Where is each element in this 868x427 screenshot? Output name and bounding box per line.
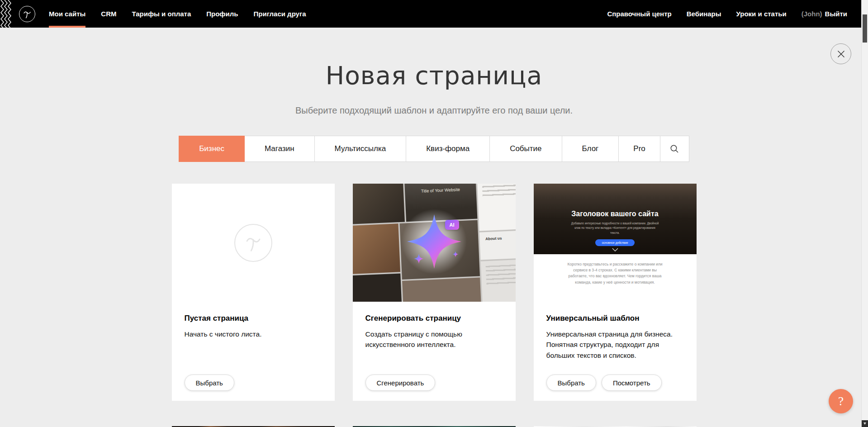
collage-text-block	[480, 259, 515, 302]
select-universal-button[interactable]: Выбрать	[546, 375, 596, 391]
zigzag-pattern-icon	[0, 0, 12, 28]
nav-my-sites[interactable]: Мои сайты	[49, 0, 85, 28]
blank-page-preview	[172, 184, 335, 302]
tab-store[interactable]: Магазин	[245, 136, 315, 162]
close-icon	[837, 50, 845, 58]
nav-webinars[interactable]: Вебинары	[687, 0, 721, 28]
user-name: (John)	[802, 10, 822, 18]
tab-multilink[interactable]: Мультиссылка	[315, 136, 407, 162]
preview-body-section: Коротко представьтесь и расскажите о ком…	[534, 261, 697, 302]
card-description: Создать страницу с помощью искусственног…	[365, 329, 503, 350]
help-button[interactable]: ?	[829, 389, 853, 413]
tab-blog[interactable]: Блог	[562, 136, 619, 162]
card-title: Универсальный шаблон	[546, 314, 684, 323]
card-title: Сгенерировать страницу	[365, 314, 503, 323]
card-body: Универсальный шаблон Универсальная стран…	[534, 302, 697, 401]
chevron-down-icon	[612, 248, 618, 251]
scrollbar-thumb[interactable]	[863, 14, 867, 43]
scrollbar-down-arrow[interactable]	[862, 420, 868, 427]
nav-invite-friend[interactable]: Пригласи друга	[253, 0, 306, 28]
tab-search[interactable]	[660, 136, 689, 162]
nav-pricing[interactable]: Тарифы и оплата	[132, 0, 191, 28]
nav-crm[interactable]: CRM	[101, 0, 116, 28]
logout-link[interactable]: (John) Выйти	[802, 0, 847, 28]
template-grid: Пустая страница Начать с чистого листа. …	[172, 184, 697, 401]
card-actions: Сгенерировать	[365, 375, 503, 391]
card-generate-ai[interactable]: Title of Your Website About us	[353, 184, 516, 401]
search-icon	[669, 144, 679, 154]
preview-body-text: Коротко представьтесь и расскажите о ком…	[566, 261, 664, 285]
secondary-nav: Справочный центр Вебинары Уроки и статьи…	[592, 0, 847, 28]
top-bar: Мои сайты CRM Тарифы и оплата Профиль Пр…	[0, 0, 868, 28]
scrollbar[interactable]	[861, 0, 868, 427]
generate-button[interactable]: Сгенерировать	[365, 375, 436, 391]
nav-profile[interactable]: Профиль	[206, 0, 238, 28]
preview-heading: Заголовок вашего сайта	[534, 184, 697, 218]
collage-about-label: About us	[485, 235, 515, 241]
tab-pro[interactable]: Pro	[619, 136, 660, 162]
tab-quiz-form[interactable]: Квиз-форма	[406, 136, 490, 162]
card-title: Пустая страница	[185, 314, 322, 323]
ai-badge: AI	[445, 220, 459, 230]
tilda-dashboard: Мои сайты CRM Тарифы и оплата Профиль Пр…	[0, 0, 868, 427]
universal-template-preview: Заголовок вашего сайта Добавьте интересн…	[534, 184, 697, 302]
card-body: Сгенерировать страницу Создать страницу …	[353, 302, 516, 401]
collage-cover-title: Title of Your Website	[404, 186, 476, 194]
card-body: Пустая страница Начать с чистого листа. …	[172, 302, 335, 401]
preview-cover: Заголовок вашего сайта Добавьте интересн…	[534, 184, 697, 254]
select-blank-button[interactable]: Выбрать	[185, 375, 234, 391]
tilda-watermark-icon	[234, 224, 272, 262]
close-button[interactable]	[830, 43, 851, 64]
main-nav: Мои сайты CRM Тарифы и оплата Профиль Пр…	[49, 0, 322, 28]
nav-lessons-articles[interactable]: Уроки и статьи	[736, 0, 787, 28]
template-category-tabs: Бизнес Магазин Мультиссылка Квиз-форма С…	[172, 136, 697, 162]
preview-cta-button: основное действие	[595, 239, 634, 246]
tab-event[interactable]: Событие	[490, 136, 562, 162]
tilda-logo-icon[interactable]	[19, 6, 35, 22]
logout-label: Выйти	[825, 10, 847, 18]
card-actions: Выбрать	[185, 375, 322, 391]
tab-business[interactable]: Бизнес	[179, 136, 245, 162]
card-description: Универсальная страница для бизнеса. Поня…	[546, 329, 684, 361]
card-description: Начать с чистого листа.	[185, 329, 322, 339]
nav-help-center[interactable]: Справочный центр	[607, 0, 671, 28]
new-page-modal: Новая страница Выберите подходящий шабло…	[172, 61, 697, 427]
preview-subheading: Добавьте интересные подробности о вашей …	[571, 221, 659, 235]
card-blank-page[interactable]: Пустая страница Начать с чистого листа. …	[172, 184, 335, 401]
ai-sparkle-icon	[394, 201, 475, 282]
page-subtitle: Выберите подходящий шаблон и адаптируйте…	[172, 105, 697, 116]
card-actions: Выбрать Посмотреть	[546, 375, 684, 391]
page-title: Новая страница	[172, 61, 697, 90]
preview-universal-button[interactable]: Посмотреть	[602, 375, 662, 391]
card-universal-template[interactable]: Заголовок вашего сайта Добавьте интересн…	[534, 184, 697, 401]
collage-about-block: About us	[479, 230, 515, 260]
ai-generate-preview: Title of Your Website About us	[353, 184, 516, 302]
collage-text-block	[477, 184, 516, 231]
